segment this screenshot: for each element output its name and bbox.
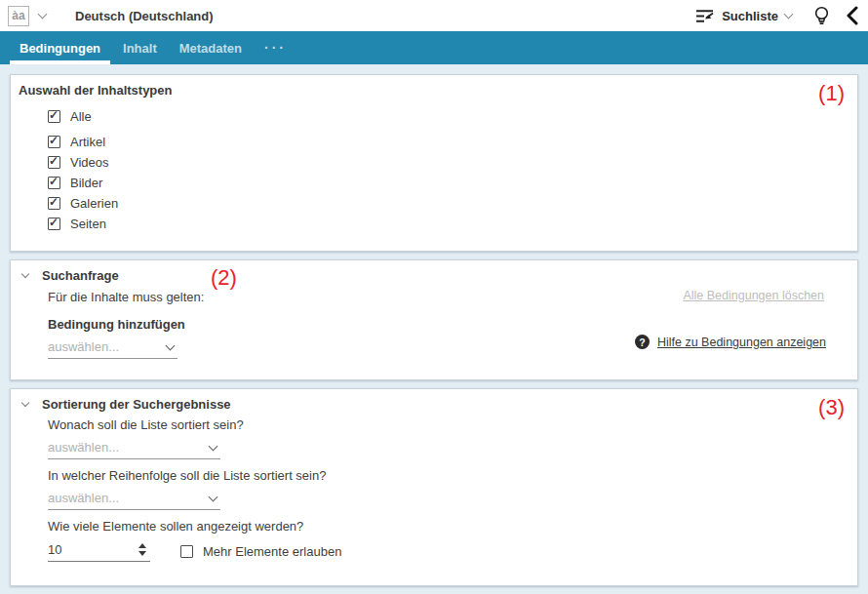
clear-conditions-link[interactable]: Alle Bedingungen löschen (683, 289, 824, 302)
allow-more-items-label: Mehr Elemente erlauben (203, 544, 341, 559)
help-question-icon: ? (635, 335, 650, 349)
sorting-title: Sortierung der Suchergebnisse (42, 397, 231, 412)
tabbar: Bedingungen Inhalt Metadaten ··· (0, 31, 868, 64)
checkbox-artikel[interactable] (48, 136, 60, 148)
checkbox-label: Seiten (70, 217, 106, 231)
checkbox-label: Galerien (70, 196, 118, 211)
checkbox-label: Artikel (70, 135, 105, 149)
checkbox-bilder[interactable] (48, 177, 60, 189)
items-count-field (48, 541, 150, 562)
checkbox-label: Bilder (70, 176, 102, 190)
items-count-input[interactable] (48, 542, 116, 557)
conditions-help-link[interactable]: Hilfe zu Bedingungen anzeigen (657, 336, 826, 349)
search-list-label: Suchliste (722, 9, 778, 23)
checkbox-videos[interactable] (48, 156, 60, 169)
checkbox-row-artikel: Artikel (48, 132, 849, 152)
app-window: àa Deutsch (Deutschland) Suchliste (0, 0, 868, 594)
lightbulb-icon[interactable] (813, 6, 830, 26)
item-count-question: Wie viele Elemente sollen angezeigt werd… (48, 519, 849, 534)
language-dropdown-chevron-icon[interactable] (39, 7, 46, 24)
annotation-3: (3) (818, 397, 845, 418)
conditions-help: ? Hilfe zu Bedingungen anzeigen (635, 335, 826, 349)
item-count-row: Mehr Elemente erlauben (48, 541, 849, 562)
sort-order-select[interactable]: auswählen... (48, 489, 220, 510)
search-query-header: Suchanfrage (19, 268, 849, 283)
tab-label: Metadaten (179, 41, 242, 56)
language-icon-label: àa (12, 9, 24, 22)
content-types-panel: Auswahl der Inhaltstypen (1) Alle Artike… (10, 74, 858, 252)
condition-select[interactable]: auswählen... (48, 337, 178, 359)
chevron-down-icon (209, 492, 218, 501)
annotation-2: (2) (211, 267, 237, 289)
overflow-dots-icon: ··· (264, 40, 287, 56)
tab-overflow-menu[interactable]: ··· (264, 31, 287, 64)
condition-select-placeholder: auswählen... (48, 339, 119, 354)
collapse-chevron-icon[interactable] (21, 270, 29, 278)
chevron-down-icon (166, 340, 176, 350)
checkbox-seiten[interactable] (48, 218, 60, 230)
collapse-chevron-icon[interactable] (21, 399, 29, 407)
topbar: àa Deutsch (Deutschland) Suchliste (0, 0, 868, 31)
checkbox-row-seiten: Seiten (48, 214, 849, 234)
sort-by-select[interactable]: auswählen... (48, 438, 220, 459)
checkbox-label: Alle (70, 109, 92, 124)
checkbox-label: Videos (70, 155, 109, 170)
collapse-back-chevron-icon[interactable] (846, 6, 858, 25)
checkbox-row-galerien: Galerien (48, 193, 849, 214)
sorting-panel: Sortierung der Suchergebnisse (3) Wonach… (10, 388, 858, 586)
checkbox-row-bilder: Bilder (48, 173, 849, 193)
search-list-icon (694, 9, 715, 23)
checkbox-galerien[interactable] (48, 197, 60, 210)
sort-by-placeholder: auswählen... (48, 440, 119, 455)
sort-order-question: In welcher Reihenfolge soll die Liste so… (48, 468, 849, 483)
checkbox-alle[interactable] (48, 110, 60, 123)
chevron-down-icon (209, 441, 218, 451)
tab-inhalt[interactable]: Inhalt (123, 31, 157, 64)
content-types-title: Auswahl der Inhaltstypen (19, 83, 849, 98)
sort-by-question: Wonach soll die Liste sortiert sein? (48, 417, 849, 432)
sorting-header: Sortierung der Suchergebnisse (19, 397, 849, 412)
search-list-dropdown[interactable]: Suchliste (694, 9, 792, 23)
search-query-title: Suchanfrage (42, 268, 119, 283)
tab-bedingungen[interactable]: Bedingungen (20, 31, 100, 64)
number-stepper-icon[interactable] (138, 543, 146, 556)
search-list-chevron-icon (784, 10, 794, 20)
tab-metadaten[interactable]: Metadaten (179, 31, 242, 64)
locale-label: Deutsch (Deutschland) (75, 9, 214, 23)
annotation-1: (1) (818, 83, 845, 104)
tab-label: Inhalt (123, 41, 157, 56)
add-condition-label: Bedingung hinzufügen (48, 317, 849, 332)
tab-label: Bedingungen (20, 41, 100, 56)
language-icon[interactable]: àa (8, 6, 29, 26)
form-content: Auswahl der Inhaltstypen (1) Alle Artike… (0, 64, 868, 586)
allow-more-items-checkbox[interactable] (180, 545, 193, 558)
checkbox-row-videos: Videos (48, 152, 849, 173)
checkbox-row-alle: Alle (48, 106, 849, 127)
sort-order-placeholder: auswählen... (48, 491, 119, 505)
search-query-panel: Suchanfrage (2) Für die Inhalte muss gel… (10, 259, 858, 380)
